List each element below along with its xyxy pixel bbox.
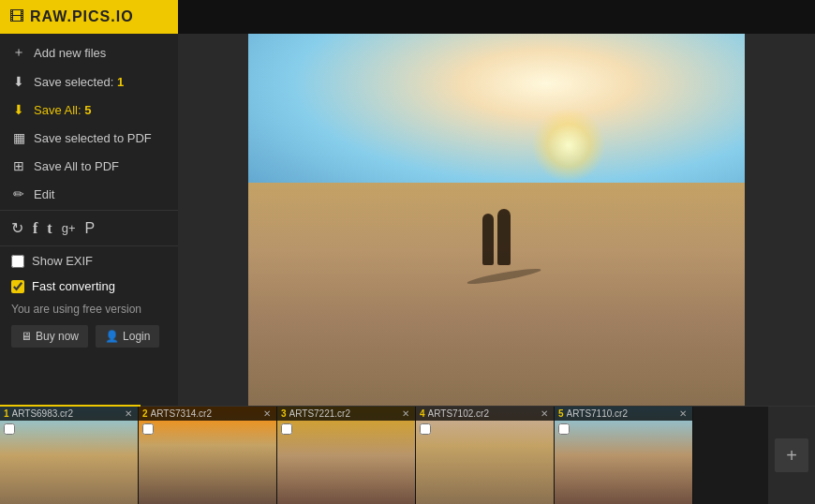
film-close-2[interactable]: ✕ [261,408,273,419]
download-icon: ⬇ [11,74,26,89]
filmstrip: 1 ARTS6983.cr2 ✕ 2 ARTS7314.cr2 ✕ 3 ARTS… [0,406,815,504]
divider-2 [0,245,178,246]
share-icon: ↻ [11,219,23,237]
pdf-all-icon: ⊞ [11,158,26,173]
cart-icon: 🖥 [21,330,32,343]
film-checkbox-3[interactable] [281,423,292,435]
main-area: ＋ Add new files ⬇ Save selected: 1 ⬇ Sav… [0,34,815,406]
add-icon: ＋ [11,44,26,61]
save-all-label: Save All: 5 [34,103,91,117]
show-exif-label[interactable]: Show EXIF [32,254,93,268]
filmstrip-item-2[interactable]: 2 ARTS7314.cr2 ✕ [139,407,277,504]
save-selected-label: Save selected: 1 [34,75,124,89]
edit-label: Edit [34,187,54,201]
add-files-button[interactable]: ＋ Add new files [0,37,178,67]
free-version-text: You are using free version [0,299,178,319]
bottom-buttons: 🖥 Buy now 👤 Login [0,319,178,353]
film-close-4[interactable]: ✕ [539,408,550,419]
logo-text: RAW.PICS.IO [30,8,134,25]
fast-converting-row: Fast converting [0,274,178,299]
film-label-5: 5 ARTS7110.cr2 ✕ [555,407,692,421]
edit-button[interactable]: ✏ Edit [0,180,178,208]
logo-icon: 🎞 [9,8,24,25]
film-label-2: 2 ARTS7314.cr2 ✕ [139,407,276,421]
sun-glow [531,108,606,183]
login-button[interactable]: 👤 Login [96,325,159,348]
save-selected-pdf-button[interactable]: ▦ Save selected to PDF [0,124,178,152]
tumblr-icon[interactable]: t [47,220,52,237]
sidebar: ＋ Add new files ⬇ Save selected: 1 ⬇ Sav… [0,34,178,406]
film-close-5[interactable]: ✕ [677,408,689,419]
film-label-4: 4 ARTS7102.cr2 ✕ [416,407,554,421]
login-label: Login [123,330,150,343]
film-close-3[interactable]: ✕ [400,408,411,419]
sky-layer [248,34,745,201]
filmstrip-spacer [693,407,768,504]
buy-now-label: Buy now [36,330,79,343]
edit-icon: ✏ [11,186,26,201]
add-files-label: Add new files [34,46,106,60]
filmstrip-add-area: + [768,407,815,504]
figure-right [497,209,511,265]
film-close-1[interactable]: ✕ [123,408,134,419]
save-selected-button[interactable]: ⬇ Save selected: 1 [0,67,178,96]
film-checkbox-2[interactable] [142,423,154,435]
buy-now-button[interactable]: 🖥 Buy now [11,325,88,348]
figures [482,209,511,265]
filmstrip-item-1[interactable]: 1 ARTS6983.cr2 ✕ [0,407,139,504]
film-checkbox-1[interactable] [4,423,15,435]
social-row: ↻ f t g+ P [0,213,178,244]
pdf-icon: ▦ [11,130,26,145]
show-exif-checkbox[interactable] [11,255,24,268]
show-exif-row: Show EXIF [0,248,178,274]
main-image [248,34,745,406]
logo: 🎞 RAW.PICS.IO [0,0,178,34]
film-checkbox-5[interactable] [558,423,570,435]
person-icon: 👤 [105,330,119,343]
top-bar: 🎞 RAW.PICS.IO [0,0,815,34]
filmstrip-item-3[interactable]: 3 ARTS7221.cr2 ✕ [277,407,416,504]
filmstrip-item-5[interactable]: 5 ARTS7110.cr2 ✕ [555,407,693,504]
film-checkbox-4[interactable] [420,423,431,435]
save-selected-pdf-label: Save selected to PDF [34,131,152,145]
googleplus-icon[interactable]: g+ [62,221,76,235]
save-all-pdf-button[interactable]: ⊞ Save All to PDF [0,152,178,180]
save-all-pdf-label: Save All to PDF [34,159,119,173]
image-placeholder [248,34,745,406]
filmstrip-item-4[interactable]: 4 ARTS7102.cr2 ✕ [416,407,555,504]
facebook-icon[interactable]: f [33,220,37,237]
content-area [178,34,815,406]
film-label-3: 3 ARTS7221.cr2 ✕ [277,407,415,421]
divider-1 [0,210,178,211]
fast-converting-checkbox[interactable] [11,280,24,293]
film-label-1: 1 ARTS6983.cr2 ✕ [0,407,138,421]
pinterest-icon[interactable]: P [84,220,95,237]
save-all-button[interactable]: ⬇ Save All: 5 [0,96,178,124]
save-all-icon: ⬇ [11,102,26,117]
filmstrip-add-button[interactable]: + [775,438,808,472]
figure-left [482,214,494,265]
fast-converting-label[interactable]: Fast converting [32,279,115,293]
